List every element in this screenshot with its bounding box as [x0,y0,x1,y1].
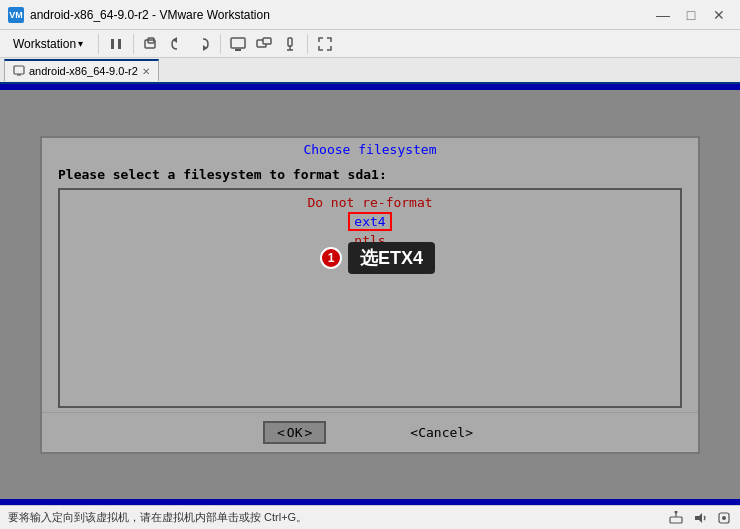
svg-marker-4 [173,37,177,43]
svg-rect-15 [670,517,682,523]
maximize-button[interactable]: □ [678,5,704,25]
status-bar: 要将输入定向到该虚拟机，请在虚拟机内部单击或按 Ctrl+G。 [0,505,740,529]
vm-top-stripe [0,84,740,90]
cancel-label: <Cancel> [410,425,473,440]
ok-button[interactable]: < OK > [263,421,326,444]
dialog-buttons: < OK > <Cancel> [42,412,698,452]
tab-bar: android-x86_64-9.0-r2 ✕ [0,58,740,84]
svg-rect-6 [231,38,245,48]
menu-separator-2 [133,34,134,54]
tab-close-button[interactable]: ✕ [142,66,150,77]
vm-tab-icon [13,65,25,77]
filesystem-list[interactable]: Do not re-format ext4 ntls fat32 1 选ETX4 [58,188,682,408]
dialog-prompt: Please select a filesystem to format sda… [58,167,682,182]
workstation-menu[interactable]: Workstation ▾ [4,33,92,55]
svg-rect-1 [118,39,121,49]
ext4-selected-box: ext4 [348,212,391,231]
cancel-button[interactable]: <Cancel> [406,423,477,442]
device-icon[interactable] [716,510,732,526]
snapshot-icon[interactable] [140,33,162,55]
window-title: android-x86_64-9.0-r2 - VMware Workstati… [30,8,650,22]
ok-right-arrow: > [305,425,313,440]
filesystem-dialog: Choose filesystem Please select a filesy… [40,136,700,454]
close-button[interactable]: ✕ [706,5,732,25]
pause-icon[interactable] [105,33,127,55]
menu-separator-4 [307,34,308,54]
ok-label: OK [287,425,303,440]
screen-icon[interactable] [227,33,249,55]
network-icon[interactable] [668,510,684,526]
sound-icon[interactable] [692,510,708,526]
window-controls: — □ ✕ [650,5,732,25]
status-right-icons [668,510,732,526]
dialog-title: Choose filesystem [42,138,698,159]
forward-icon[interactable] [192,33,214,55]
menu-separator-3 [220,34,221,54]
step-annotation: 1 选ETX4 [320,242,435,274]
fullscreen-icon[interactable] [314,33,336,55]
ok-left-arrow: < [277,425,285,440]
workstation-dropdown-arrow: ▾ [78,38,83,49]
svg-marker-5 [203,45,207,51]
step-badge: 1 [320,247,342,269]
tab-label: android-x86_64-9.0-r2 [29,65,138,77]
svg-point-17 [675,511,678,514]
usb-icon[interactable] [279,33,301,55]
svg-rect-10 [288,38,292,46]
annotation-text: 选ETX4 [348,242,435,274]
status-message: 要将输入定向到该虚拟机，请在虚拟机内部单击或按 Ctrl+G。 [8,510,307,525]
multi-screen-icon[interactable] [253,33,275,55]
app-icon: VM [8,7,24,23]
workstation-label: Workstation [13,37,76,51]
svg-rect-7 [235,49,241,51]
svg-rect-13 [14,66,24,74]
revert-icon[interactable] [166,33,188,55]
svg-rect-0 [111,39,114,49]
minimize-button[interactable]: — [650,5,676,25]
dialog-content: Please select a filesystem to format sda… [42,159,698,408]
menu-separator-1 [98,34,99,54]
title-bar: VM android-x86_64-9.0-r2 - VMware Workst… [0,0,740,30]
svg-marker-18 [695,513,702,523]
svg-point-20 [722,516,726,520]
list-item-do-not-reformat[interactable]: Do not re-format [60,194,680,211]
list-item-ext4[interactable]: ext4 [60,211,680,232]
vm-area[interactable]: Choose filesystem Please select a filesy… [0,84,740,505]
vm-screen: Choose filesystem Please select a filesy… [0,84,740,505]
svg-rect-9 [263,38,271,44]
vm-tab[interactable]: android-x86_64-9.0-r2 ✕ [4,59,159,81]
menu-bar: Workstation ▾ [0,30,740,58]
